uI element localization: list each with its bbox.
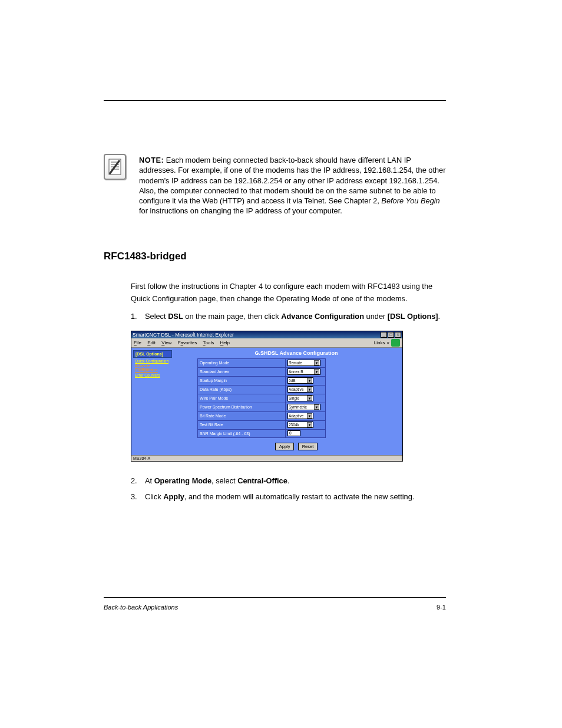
- chevron-down-icon: ▼: [307, 378, 312, 383]
- menu-favorites[interactable]: Favorites: [178, 340, 197, 345]
- step-number: 3.: [131, 490, 139, 503]
- operating-mode-select[interactable]: Remote▼: [287, 360, 320, 366]
- sidebar-header: [DSL Options]: [133, 350, 172, 358]
- test-bit-rate-select[interactable]: 2304k▼: [287, 421, 313, 428]
- chevron-down-icon: ▼: [314, 404, 319, 410]
- apply-label: Apply: [163, 492, 184, 501]
- links-label: Links: [374, 340, 385, 345]
- step-1: 1. Select DSL on the main page, then cli…: [131, 310, 446, 322]
- menu-edit[interactable]: Edit: [147, 340, 156, 345]
- row-test-bit-rate: Test Bit Rate2304k▼: [198, 420, 326, 429]
- row-bit-rate-mode: Bit Rate ModeAdaptive▼: [198, 411, 326, 420]
- rule-top: [104, 100, 446, 101]
- chevron-down-icon: ▼: [314, 369, 319, 374]
- sidebar-link-advance[interactable]: Advance Configuration: [135, 364, 172, 372]
- note-text: NOTE: Each modem being connected back-to…: [139, 154, 446, 216]
- snr-margin-input[interactable]: 0: [287, 430, 300, 436]
- window-buttons: _ □ ×: [381, 332, 401, 338]
- menubar: File Edit View Favorites Tools Help Link…: [131, 338, 402, 348]
- sidebar-link-errors[interactable]: Error Counters: [135, 373, 172, 377]
- screenshot-window: SmartCNCT DSL - Microsoft Internet Explo…: [131, 331, 403, 462]
- step-number: 1.: [131, 310, 139, 322]
- note-block: NOTE: Each modem being connected back-to…: [104, 154, 446, 216]
- step-3: 3. Click Apply, and the modem will autom…: [131, 490, 446, 503]
- sidebar-link-quick[interactable]: Quick Configuration: [135, 359, 172, 363]
- rule-bottom: [104, 597, 446, 598]
- reset-button[interactable]: Reset: [298, 443, 318, 450]
- note-label: NOTE:: [139, 156, 164, 164]
- close-icon[interactable]: ×: [395, 332, 401, 338]
- dsl-label: DSL: [168, 312, 183, 321]
- note-ref: Before You Begin: [381, 196, 439, 205]
- advance-config-label: Advance Configuration: [281, 312, 364, 321]
- menu-file[interactable]: File: [134, 340, 141, 345]
- bit-rate-mode-select[interactable]: Adaptive▼: [287, 413, 313, 419]
- window-titlebar: SmartCNCT DSL - Microsoft Internet Explo…: [131, 331, 402, 338]
- go-icon[interactable]: [391, 339, 400, 347]
- minimize-icon[interactable]: _: [381, 332, 387, 338]
- sidebar: [DSL Options] Quick Configuration Advanc…: [131, 348, 174, 455]
- row-psd: Power Spectrum DistributionSymmetric▼: [198, 403, 326, 411]
- chevron-down-icon: ▼: [307, 422, 312, 427]
- data-rate-select[interactable]: Adaptive▼: [287, 386, 313, 393]
- startup-margin-select[interactable]: 6dB▼: [287, 377, 313, 384]
- config-table: Operating ModeRemote▼ Standard AnnexAnne…: [197, 358, 326, 438]
- panel-title: G.SHDSL Advance Configuration: [197, 350, 395, 356]
- chevron-down-icon: ▼: [307, 413, 312, 419]
- row-snr-margin: SNR Margin Limit (-64 - 63)0: [198, 429, 326, 437]
- row-startup-margin: Startup Margin6dB▼: [198, 376, 326, 385]
- page-number: 9-1: [437, 604, 446, 611]
- section-title: RFC1483-bridged: [104, 251, 446, 262]
- footer: Back-to-back Applications 9-1: [104, 604, 446, 611]
- step-2: 2. At Operating Mode, select Central-Off…: [131, 475, 446, 487]
- chevron-down-icon: ▼: [314, 360, 319, 365]
- row-data-rate: Data Rate (Kbps)Adaptive▼: [198, 385, 326, 394]
- menu-items: File Edit View Favorites Tools Help: [134, 340, 234, 345]
- wire-pair-select[interactable]: Single▼: [287, 395, 313, 401]
- row-operating-mode: Operating ModeRemote▼: [198, 358, 326, 367]
- footer-title: Back-to-back Applications: [104, 604, 178, 611]
- psd-select[interactable]: Symmetric▼: [287, 404, 320, 410]
- chevron-down-icon: ▼: [307, 387, 312, 392]
- apply-button[interactable]: Apply: [275, 443, 295, 450]
- dsl-options-label: [DSL Options]: [388, 312, 438, 321]
- menu-tools[interactable]: Tools: [203, 340, 214, 345]
- step-number: 2.: [131, 475, 139, 487]
- links-bar: Links»: [374, 339, 400, 347]
- row-standard-annex: Standard AnnexAnnex B▼: [198, 367, 326, 376]
- intro-paragraph: First follow the instructions in Chapter…: [131, 280, 446, 305]
- window-title: SmartCNCT DSL - Microsoft Internet Explo…: [133, 332, 234, 338]
- main-panel: G.SHDSL Advance Configuration Operating …: [174, 348, 402, 455]
- menu-help[interactable]: Help: [220, 340, 230, 345]
- status-bar: MS204-A: [131, 455, 402, 461]
- standard-annex-select[interactable]: Annex B▼: [287, 368, 320, 375]
- row-wire-pair: Wire Pair ModeSingle▼: [198, 394, 326, 403]
- operating-mode-label: Operating Mode: [154, 476, 211, 485]
- note-icon: [104, 154, 126, 180]
- menu-view[interactable]: View: [161, 340, 171, 345]
- chevron-down-icon: ▼: [307, 396, 312, 401]
- maximize-icon[interactable]: □: [388, 332, 394, 338]
- central-office-label: Central-Office: [237, 476, 287, 485]
